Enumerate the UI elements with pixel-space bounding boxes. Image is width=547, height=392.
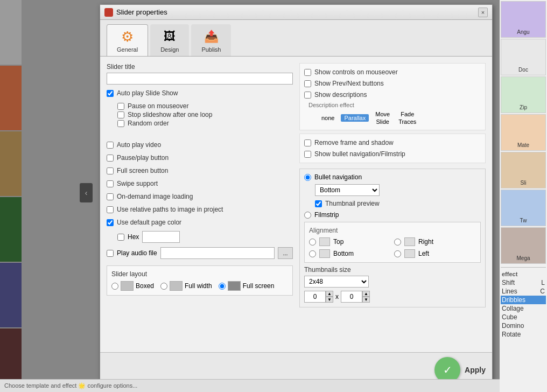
pause-play-row: Pause/play button [107,153,293,162]
sidebar-item-label: Mate [517,142,529,148]
layout-fullwidth-radio[interactable] [160,283,167,290]
effect-lines[interactable]: LinesC [501,287,546,296]
tab-publish[interactable]: 📤 Publish [191,24,231,56]
layout-title: Slider layout [111,270,288,278]
sidebar-item[interactable]: Mega [501,227,546,264]
sidebar-item[interactable]: Doc [501,39,546,75]
sidebar-item[interactable]: Angu [501,1,546,38]
autoplay-video-checkbox[interactable] [107,142,114,149]
remove-frame-label: Remove frame and shadow [314,139,394,146]
effect-fade-traces[interactable]: Fade Traces [396,110,418,125]
align-right-thumb [404,237,415,246]
stop-slideshow-checkbox[interactable] [117,111,124,118]
pause-mouseover-checkbox[interactable] [117,103,124,110]
effect-none[interactable]: none [319,114,336,122]
right-column: Show controls on mouseover Show Prev/Nex… [299,63,486,346]
effect-traces-label: Traces [396,118,418,125]
swipe-support-checkbox[interactable] [107,180,114,187]
height-input[interactable] [341,291,362,303]
pause-play-checkbox[interactable] [107,155,114,162]
show-bullet-checkbox[interactable] [304,151,311,158]
width-input[interactable] [304,291,326,303]
align-bottom-radio[interactable] [309,250,316,257]
modal-body: Slider title Auto play Slide Show Pause … [100,57,492,352]
align-top-radio[interactable] [309,239,316,246]
ondemand-checkbox[interactable] [107,193,114,200]
effect-parallax[interactable]: Parallax [341,114,369,122]
show-descriptions-checkbox[interactable] [304,92,311,99]
align-bottom-label: Bottom [333,250,354,257]
random-order-checkbox[interactable] [117,120,124,127]
autoplay-label: Auto play Slide Show [117,89,178,97]
effect-move-slide[interactable]: Move Slide [373,110,392,125]
show-bullet-row: Show bullet navigation/Filmstrip [304,150,481,158]
slider-title-input[interactable] [107,73,293,85]
thumbnails-size-select[interactable]: 2x48 3x48 4x48 [304,276,369,288]
tab-design[interactable]: 🖼 Design [150,24,189,56]
layout-fullscreen-radio[interactable] [219,283,226,290]
layout-boxed-radio[interactable] [111,283,118,290]
pause-play-label: Pause/play button [117,154,169,162]
audio-checkbox[interactable] [107,250,114,257]
fullwidth-thumb [170,281,183,291]
autoplay-checkbox[interactable] [107,90,114,97]
fullscreen-thumb [228,281,241,291]
swipe-support-label: Swipe support [117,180,158,187]
width-up-btn[interactable]: ▲ [326,291,333,297]
effect-rotate[interactable]: Rotate [501,330,546,339]
tab-publish-label: Publish [201,46,221,53]
show-prevnext-label: Show Prev/Next buttons [314,80,384,87]
show-bullet-label: Show bullet navigation/Filmstrip [314,150,405,158]
default-color-label: Use default page color [117,219,181,226]
show-descriptions-label: Show descriptions [314,91,367,99]
show-prevnext-checkbox[interactable] [304,80,311,87]
effects-list: ShiftL LinesC Dribbles Collage Cube Domi… [501,278,546,339]
sidebar-item-label: Zip [520,104,527,110]
stop-slideshow-row: Stop slideshow after one loop [117,110,293,119]
filmstrip-radio[interactable] [304,212,311,219]
height-down-btn[interactable]: ▼ [362,297,370,303]
hex-label: Hex [128,233,139,241]
audio-row: Play audio file ... [107,247,293,259]
relative-paths-checkbox[interactable] [107,206,114,213]
height-stepper: ▲ ▼ [341,291,370,303]
bullet-position-select[interactable]: Bottom Top Left Right [315,184,380,196]
show-controls-row: Show controls on mouseover [304,68,481,76]
tab-general-label: General [117,46,138,53]
fullscreen-btn-row: Full screen button [107,166,293,175]
effect-domino[interactable]: Domino [501,321,546,330]
tab-general[interactable]: ⚙ General [107,24,148,56]
align-left-radio[interactable] [394,250,401,257]
effect-dribbles[interactable]: Dribbles [501,296,546,304]
audio-path-input[interactable] [160,247,275,259]
sidebar-item[interactable]: Zip [501,76,546,113]
effect-shift[interactable]: ShiftL [501,278,546,287]
sidebar-item[interactable]: Mate [501,114,546,151]
browse-button[interactable]: ... [278,247,293,259]
hex-input[interactable] [142,231,180,243]
title-icon [104,8,113,17]
bullet-nav-radio[interactable] [304,174,311,181]
filmstrip-label: Filmstrip [314,211,339,219]
layout-fullscreen: Full screen [219,281,275,291]
width-stepper-btns: ▲ ▼ [326,291,333,303]
thumbnail-preview-checkbox[interactable] [315,200,322,207]
remove-frame-checkbox[interactable] [304,139,311,146]
sidebar-item[interactable]: Tw [501,190,546,226]
align-left-thumb [404,249,415,258]
align-right-radio[interactable] [394,239,401,246]
fullscreen-btn-checkbox[interactable] [107,167,114,174]
effect-collage[interactable]: Collage [501,304,546,313]
effect-cube[interactable]: Cube [501,313,546,321]
show-descriptions-row: Show descriptions [304,90,481,99]
hex-checkbox[interactable] [117,234,124,241]
slider-title-group: Slider title [107,63,293,85]
frame-section: Remove frame and shadow Show bullet navi… [299,134,486,163]
height-up-btn[interactable]: ▲ [362,291,370,297]
show-controls-checkbox[interactable] [304,69,311,76]
sidebar-item[interactable]: Sli [501,152,546,188]
close-button[interactable]: × [478,8,488,17]
default-color-checkbox[interactable] [107,219,114,226]
width-down-btn[interactable]: ▼ [326,297,333,303]
autoplay-video-label: Auto play video [117,141,161,149]
